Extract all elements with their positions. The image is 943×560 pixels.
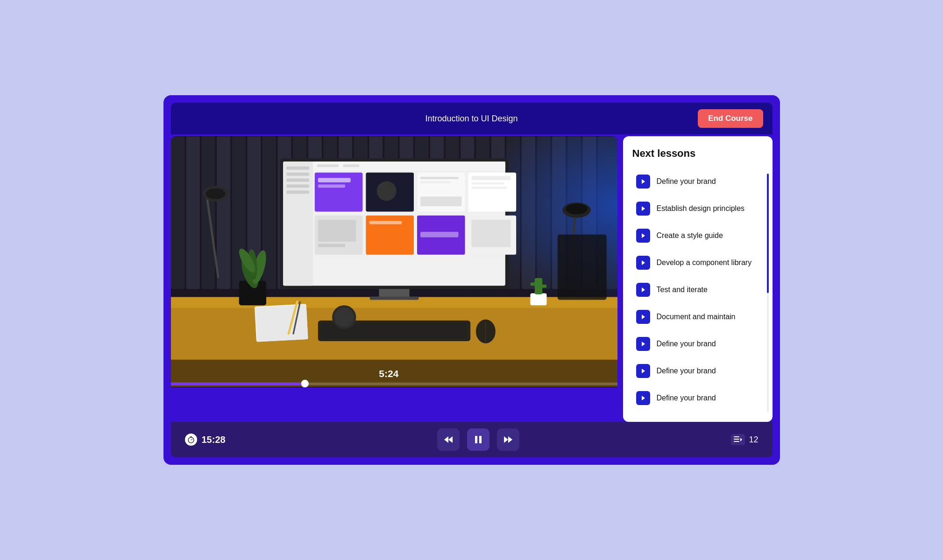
lesson-play-icon: [636, 202, 650, 216]
svg-rect-49: [286, 184, 309, 188]
svg-rect-90: [534, 278, 542, 294]
pause-button[interactable]: [467, 428, 489, 451]
svg-point-35: [206, 188, 225, 199]
bottom-controls: 15:28: [171, 422, 773, 457]
top-bar-right: End Course: [617, 109, 763, 128]
svg-rect-97: [171, 383, 305, 385]
svg-rect-61: [420, 181, 450, 183]
video-section: 5:24: [171, 136, 617, 422]
lesson-play-icon: [636, 391, 650, 405]
svg-rect-119: [734, 439, 739, 440]
play-triangle: [641, 368, 645, 374]
svg-marker-116: [504, 436, 508, 443]
end-course-button[interactable]: End Course: [698, 109, 763, 128]
playback-controls: [437, 428, 519, 451]
lesson-item[interactable]: Document and maintain: [632, 304, 763, 329]
svg-rect-1: [171, 137, 184, 289]
main-wrapper: Introduction to UI Design End Course: [163, 95, 780, 465]
svg-marker-107: [642, 396, 645, 400]
lesson-play-icon: [636, 175, 650, 189]
svg-rect-120: [734, 441, 739, 442]
queue-count: 12: [749, 435, 758, 445]
lessons-title: Next lessons: [632, 147, 763, 160]
time-display: 15:28: [185, 434, 226, 446]
svg-point-58: [376, 181, 396, 201]
lesson-item[interactable]: Define your brand: [632, 385, 763, 411]
svg-rect-75: [471, 220, 510, 247]
svg-rect-91: [530, 282, 536, 286]
lesson-play-icon: [636, 229, 650, 243]
lesson-item[interactable]: Define your brand: [632, 169, 763, 194]
svg-rect-65: [471, 182, 504, 185]
lesson-item[interactable]: Develop a component library: [632, 250, 763, 275]
lesson-play-icon: [636, 310, 650, 324]
lesson-item[interactable]: Create a style guide: [632, 223, 763, 248]
lessons-panel: Next lessons Define your brand Establish…: [623, 136, 773, 422]
scroll-thumb: [767, 174, 769, 293]
svg-rect-64: [471, 176, 510, 180]
elapsed-time: 15:28: [202, 434, 226, 445]
svg-rect-89: [530, 293, 546, 305]
svg-rect-4: [216, 137, 230, 289]
video-frame[interactable]: 5:24: [171, 136, 617, 387]
lesson-play-icon: [636, 283, 650, 297]
svg-rect-60: [420, 177, 458, 179]
lesson-play-icon: [636, 256, 650, 270]
lesson-item[interactable]: Establish design principles: [632, 196, 763, 221]
svg-rect-2: [186, 137, 199, 289]
svg-marker-113: [448, 436, 453, 443]
svg-rect-73: [420, 232, 458, 238]
svg-rect-69: [318, 244, 345, 247]
play-triangle: [641, 260, 645, 266]
svg-rect-48: [286, 178, 309, 182]
course-title: Introduction to UI Design: [326, 114, 617, 124]
svg-text:5:24: 5:24: [379, 368, 398, 379]
lesson-label: Define your brand: [657, 340, 716, 348]
lesson-item[interactable]: Define your brand: [632, 331, 763, 357]
playlist-icon: [733, 436, 743, 443]
svg-rect-56: [318, 184, 345, 188]
svg-rect-66: [471, 187, 507, 189]
svg-marker-105: [642, 342, 645, 346]
forward-icon: [503, 435, 513, 444]
svg-rect-52: [317, 164, 339, 167]
lesson-label: Define your brand: [657, 177, 716, 186]
lesson-play-icon: [636, 364, 650, 378]
video-content: 5:24: [171, 136, 617, 387]
svg-marker-103: [642, 287, 645, 292]
play-triangle: [641, 395, 645, 401]
svg-marker-101: [642, 233, 645, 238]
forward-button[interactable]: [497, 428, 519, 451]
svg-marker-104: [642, 315, 645, 319]
svg-rect-50: [286, 190, 309, 194]
rewind-button[interactable]: [437, 428, 460, 451]
svg-marker-117: [508, 436, 512, 443]
svg-point-98: [301, 380, 308, 387]
play-triangle: [641, 206, 645, 211]
svg-marker-106: [642, 369, 645, 373]
play-triangle: [641, 179, 645, 184]
pause-icon: [474, 435, 482, 444]
content-area: 5:24 Next lessons Define your: [171, 136, 773, 422]
lesson-item[interactable]: Test and iterate: [632, 277, 763, 302]
svg-rect-53: [343, 164, 359, 167]
lesson-label: Create a style guide: [657, 231, 723, 240]
svg-rect-47: [286, 173, 309, 176]
lesson-item[interactable]: Define your brand: [632, 358, 763, 384]
play-triangle: [641, 341, 645, 347]
svg-rect-92: [541, 285, 546, 288]
stopwatch-icon: [187, 436, 195, 443]
svg-rect-115: [479, 436, 482, 443]
lesson-label: Establish design principles: [657, 204, 745, 213]
scroll-indicator: [767, 174, 769, 413]
lesson-label: Test and iterate: [657, 286, 708, 294]
svg-rect-84: [255, 305, 308, 342]
timer-icon: [185, 434, 197, 446]
svg-line-111: [191, 439, 192, 440]
svg-rect-93: [557, 235, 606, 300]
svg-rect-42: [369, 296, 418, 300]
svg-rect-62: [420, 196, 461, 206]
outer-container: Introduction to UI Design End Course: [145, 77, 799, 483]
queue-display: 12: [731, 434, 758, 445]
play-triangle: [641, 314, 645, 320]
